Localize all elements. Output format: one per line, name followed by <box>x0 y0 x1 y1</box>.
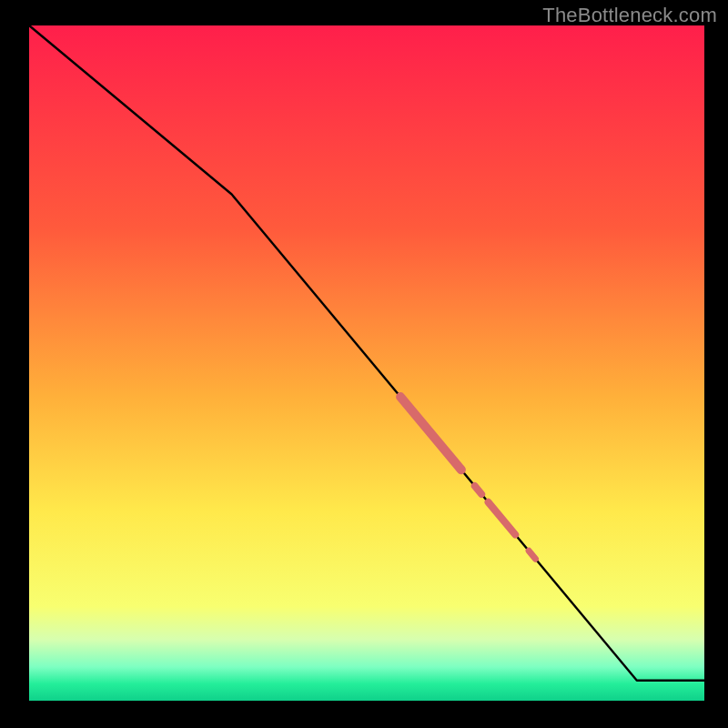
highlight-segment <box>475 486 481 494</box>
watermark-text: TheBottleneck.com <box>542 4 717 27</box>
plot-background <box>29 25 704 701</box>
bottleneck-chart <box>0 0 728 728</box>
chart-stage: TheBottleneck.com <box>0 0 728 728</box>
